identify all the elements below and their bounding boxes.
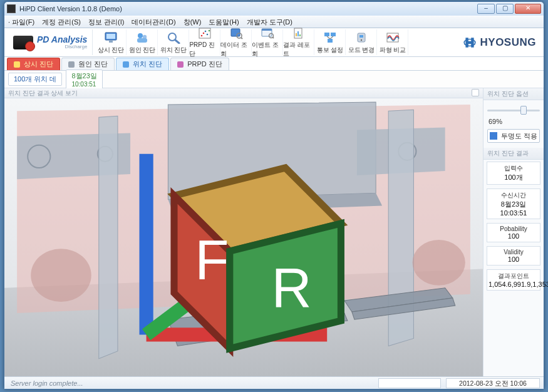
view-cube-icon[interactable]: F R <box>4 98 483 376</box>
svg-rect-22 <box>296 33 297 36</box>
svg-rect-24 <box>299 34 301 36</box>
opacity-slider[interactable] <box>487 104 540 116</box>
titlebar: HiPD Client Version 1.0.8 (Demo) – ▢ ✕ <box>4 2 544 16</box>
status-bar: Server login complete... 2012-08-23 오전 1… <box>4 376 544 389</box>
status-message: Server login complete... <box>8 379 86 387</box>
tool-location[interactable]: 위치 진단 <box>158 29 189 55</box>
status-datetime: 2012-08-23 오전 10:06 <box>446 378 540 388</box>
side-panel: 위치 진단 옵션 69% 투명도 적용 위치 진단 결과 입력수100개 수신시… <box>483 88 544 376</box>
time-chip[interactable]: 8월23일 10:03:51 <box>66 70 102 90</box>
menu-account[interactable]: 계정 관리(S) <box>42 18 81 27</box>
tab-prpd[interactable]: PRPD 진단 <box>170 58 229 70</box>
svg-rect-23 <box>297 31 299 36</box>
hyosung-mark-icon <box>463 36 477 49</box>
scatter-icon <box>197 27 212 39</box>
monitor-icon <box>103 31 118 44</box>
menu-data[interactable]: 데이터관리(D) <box>132 18 175 27</box>
count-chip[interactable]: 100개 위치 데 <box>8 73 62 86</box>
svg-rect-2 <box>109 41 113 43</box>
brand-icon <box>13 36 33 49</box>
kv-probability: Pobability100 <box>487 223 540 242</box>
app-window: HiPD Client Version 1.0.8 (Demo) – ▢ ✕ ·… <box>4 1 544 389</box>
svg-rect-1 <box>106 34 115 39</box>
viewport-title: 위치 진단 결과 상세 보기 <box>8 89 78 97</box>
company-logo: HYOSUNG <box>459 29 540 55</box>
menu-file[interactable]: · 파일(F) <box>8 18 34 27</box>
report-icon <box>291 27 306 39</box>
panel-results-header: 위치 진단 결과 <box>483 148 544 160</box>
tab-cause[interactable]: 원인 진단 <box>61 58 115 70</box>
tool-dataquery[interactable]: 데이터 조회 <box>220 29 252 55</box>
body: 위치 진단 결과 상세 보기 <box>4 88 544 376</box>
kv-result-point: 결과포인트1,054.6,991.9,1,353.5 <box>487 269 540 291</box>
svg-line-7 <box>175 40 179 43</box>
svg-point-12 <box>207 33 209 35</box>
tool-cause[interactable]: 원인 진단 <box>127 29 158 55</box>
svg-rect-18 <box>262 29 272 31</box>
tool-mode[interactable]: 모드 변경 <box>346 29 377 55</box>
tool-notify[interactable]: 통보 설정 <box>314 29 346 55</box>
close-button[interactable]: ✕ <box>515 4 541 14</box>
menu-info[interactable]: 정보 관리(I) <box>88 18 124 27</box>
svg-rect-14 <box>231 29 240 36</box>
panel-options-header: 위치 진단 옵션 <box>483 88 544 100</box>
tab-bar: 상시 진단 원인 진단 위치 진단 PRPD 진단 <box>4 57 544 71</box>
kv-validity: Validity100 <box>487 246 540 266</box>
svg-line-20 <box>272 37 274 38</box>
database-search-icon <box>229 27 244 39</box>
svg-rect-26 <box>331 33 336 36</box>
menu-help[interactable]: 도움말(H) <box>209 18 239 27</box>
toolbar: PD Analysis Discharge 상시 진단 원인 진단 <box>4 28 544 57</box>
device-icon <box>354 31 369 44</box>
tool-report[interactable]: 결과 레포트 <box>283 29 314 55</box>
tab-realtime[interactable]: 상시 진단 <box>7 58 60 70</box>
svg-text:R: R <box>271 257 311 319</box>
tab-location[interactable]: 위치 진단 <box>116 58 169 70</box>
svg-text:F: F <box>195 229 229 291</box>
tool-waveform[interactable]: 파형 비교 <box>377 29 408 55</box>
svg-rect-25 <box>324 33 329 36</box>
brand: PD Analysis Discharge <box>8 29 93 55</box>
main-column: 위치 진단 결과 상세 보기 <box>4 88 483 376</box>
svg-point-3 <box>138 33 143 38</box>
minimize-button[interactable]: – <box>477 4 495 14</box>
svg-rect-27 <box>328 39 333 43</box>
network-icon <box>323 31 338 44</box>
search-icon <box>166 31 181 44</box>
tool-prpd[interactable]: PRPD 진단 <box>189 29 220 55</box>
svg-point-10 <box>203 32 205 34</box>
app-icon <box>7 4 16 13</box>
brand-subtitle: Discharge <box>37 44 87 49</box>
maximize-button[interactable]: ▢ <box>496 4 514 14</box>
brand-title: PD Analysis <box>37 35 87 44</box>
svg-point-9 <box>201 34 203 36</box>
window-buttons: – ▢ ✕ <box>477 4 541 14</box>
opacity-value: 69% <box>483 118 544 128</box>
svg-rect-29 <box>359 35 363 38</box>
tool-realtime[interactable]: 상시 진단 <box>95 29 127 55</box>
apply-opacity-button[interactable]: 투명도 적용 <box>487 129 540 143</box>
square-icon <box>490 132 497 140</box>
viewport-3d[interactable]: F R <box>4 98 483 376</box>
svg-rect-8 <box>199 28 210 38</box>
waves-icon <box>385 31 400 44</box>
window-title: HiPD Client Version 1.0.8 (Demo) <box>19 5 477 13</box>
kv-receive-time: 수신시간8월23일 10:03:51 <box>487 188 540 219</box>
svg-line-16 <box>241 38 242 39</box>
window-search-icon <box>260 27 275 39</box>
progress-bar <box>378 378 441 388</box>
menu-window[interactable]: 창(W) <box>184 18 202 27</box>
svg-point-11 <box>205 30 207 32</box>
viewport-header: 위치 진단 결과 상세 보기 <box>4 88 483 98</box>
info-row: 100개 위치 데 8월23일 10:03:51 <box>4 71 544 88</box>
svg-rect-5 <box>137 38 147 43</box>
toolbar-buttons: 상시 진단 원인 진단 위치 진단 PRPD 진단 <box>95 29 408 55</box>
viewport-settings-button[interactable] <box>472 89 479 96</box>
tool-eventquery[interactable]: 이벤트 조회 <box>252 29 283 55</box>
svg-point-13 <box>209 29 210 31</box>
kv-input-count: 입력수100개 <box>487 162 540 185</box>
menu-devtools[interactable]: 개발자 도구(D) <box>247 18 292 27</box>
people-icon <box>135 31 150 44</box>
svg-point-30 <box>361 39 362 40</box>
company-name: HYOSUNG <box>480 36 536 49</box>
